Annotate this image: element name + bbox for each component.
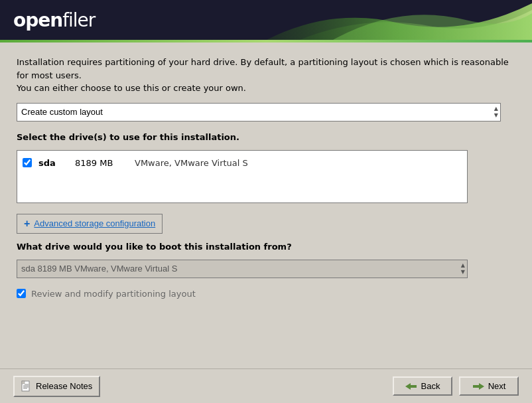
review-row: Review and modify partitioning layout [17,289,515,299]
drive-desc-sda: VMware, VMware Virtual S [135,158,248,168]
footer-left: Release Notes [13,376,393,397]
footer-right: Back Next [393,376,519,396]
footer: Release Notes Back Next [0,368,532,403]
drive-size-sda: 8189 MB [75,158,128,168]
plus-icon: + [24,218,30,230]
review-label: Review and modify partitioning layout [31,289,196,299]
back-button[interactable]: Back [393,376,452,396]
boot-select[interactable]: sda 8189 MB VMware, VMware Virtual S [17,260,468,278]
drive-section-label: Select the drive(s) to use for this inst… [17,132,515,142]
advanced-storage-label: Advanced storage configuration [34,218,155,228]
layout-select[interactable]: Remove all partitions on selected drives… [17,103,501,121]
intro-line1: Installation requires partitioning of yo… [17,57,509,80]
svg-rect-1 [22,381,25,384]
svg-rect-9 [473,385,480,388]
svg-marker-8 [479,383,484,390]
drive-checkbox-sda[interactable] [23,158,32,167]
header-wave [200,0,532,40]
main-content: Installation requires partitioning of yo… [0,42,532,368]
app-logo: openfiler [13,9,95,31]
layout-dropdown-container[interactable]: Remove all partitions on selected drives… [17,103,501,121]
back-label: Back [421,381,440,391]
advanced-storage-button[interactable]: + Advanced storage configuration [17,214,163,234]
intro-line2: You can either choose to use this or cre… [17,83,246,93]
drive-list-box: sda 8189 MB VMware, VMware Virtual S [17,150,468,203]
document-icon [21,380,32,392]
next-label: Next [488,381,506,391]
next-button[interactable]: Next [459,376,519,396]
next-icon [472,382,484,391]
drive-item: sda 8189 MB VMware, VMware Virtual S [23,156,462,170]
review-checkbox[interactable] [17,289,26,298]
back-icon [405,382,417,391]
drive-name-sda: sda [38,158,68,168]
svg-rect-7 [410,385,417,388]
release-notes-label: Release Notes [36,381,92,391]
intro-text: Installation requires partitioning of yo… [17,56,515,95]
svg-marker-6 [405,383,411,390]
boot-question: What drive would you like to boot this i… [17,242,515,252]
app-header: openfiler [0,0,532,40]
release-notes-button[interactable]: Release Notes [13,376,100,397]
boot-dropdown-container[interactable]: sda 8189 MB VMware, VMware Virtual S [17,260,468,278]
